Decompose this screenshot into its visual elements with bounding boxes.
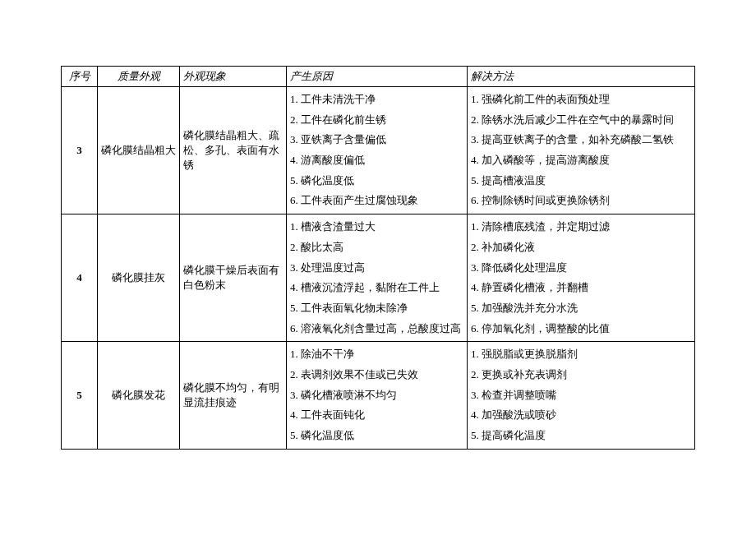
cell-solutions: 1. 强磷化前工件的表面预处理 2. 除锈水洗后减少工件在空气中的暴露时间 3.…	[468, 87, 695, 214]
header-appearance-phenomenon: 外观现象	[180, 67, 287, 87]
cell-quality-appearance: 磷化膜发花	[98, 342, 180, 449]
cell-idx: 4	[62, 214, 98, 342]
table-row: 4 磷化膜挂灰 磷化膜干燥后表面有白色粉末 1. 槽液含渣量过大 2. 酸比太高…	[62, 214, 695, 342]
cell-appearance-phenomenon: 磷化膜结晶粗大、疏松、多孔、表面有水锈	[180, 87, 287, 214]
table-header-row: 序号 质量外观 外观现象 产生原因 解决方法	[62, 67, 695, 87]
cell-solutions: 1. 清除槽底残渣，并定期过滤 2. 补加磷化液 3. 降低磷化处理温度 4. …	[468, 214, 695, 342]
cell-appearance-phenomenon: 磷化膜不均匀，有明显流挂痕迹	[180, 342, 287, 449]
header-quality-appearance: 质量外观	[98, 67, 180, 87]
cell-quality-appearance: 磷化膜挂灰	[98, 214, 180, 342]
phosphating-defects-table: 序号 质量外观 外观现象 产生原因 解决方法 3 磷化膜结晶粗大 磷化膜结晶粗大…	[61, 66, 695, 450]
table-row: 3 磷化膜结晶粗大 磷化膜结晶粗大、疏松、多孔、表面有水锈 1. 工件未清洗干净…	[62, 87, 695, 214]
cell-causes: 1. 除油不干净 2. 表调剂效果不佳或已失效 3. 磷化槽液喷淋不均匀 4. …	[287, 342, 468, 449]
cell-idx: 5	[62, 342, 98, 449]
cell-causes: 1. 工件未清洗干净 2. 工件在磷化前生锈 3. 亚铁离子含量偏低 4. 游离…	[287, 87, 468, 214]
header-cause: 产生原因	[287, 67, 468, 87]
header-idx: 序号	[62, 67, 98, 87]
cell-quality-appearance: 磷化膜结晶粗大	[98, 87, 180, 214]
cell-appearance-phenomenon: 磷化膜干燥后表面有白色粉末	[180, 214, 287, 342]
document-page: 序号 质量外观 外观现象 产生原因 解决方法 3 磷化膜结晶粗大 磷化膜结晶粗大…	[0, 0, 756, 482]
cell-idx: 3	[62, 87, 98, 214]
cell-causes: 1. 槽液含渣量过大 2. 酸比太高 3. 处理温度过高 4. 槽液沉渣浮起，黏…	[287, 214, 468, 342]
table-row: 5 磷化膜发花 磷化膜不均匀，有明显流挂痕迹 1. 除油不干净 2. 表调剂效果…	[62, 342, 695, 449]
header-solution: 解决方法	[468, 67, 695, 87]
cell-solutions: 1. 强脱脂或更换脱脂剂 2. 更换或补充表调剂 3. 检查并调整喷嘴 4. 加…	[468, 342, 695, 449]
